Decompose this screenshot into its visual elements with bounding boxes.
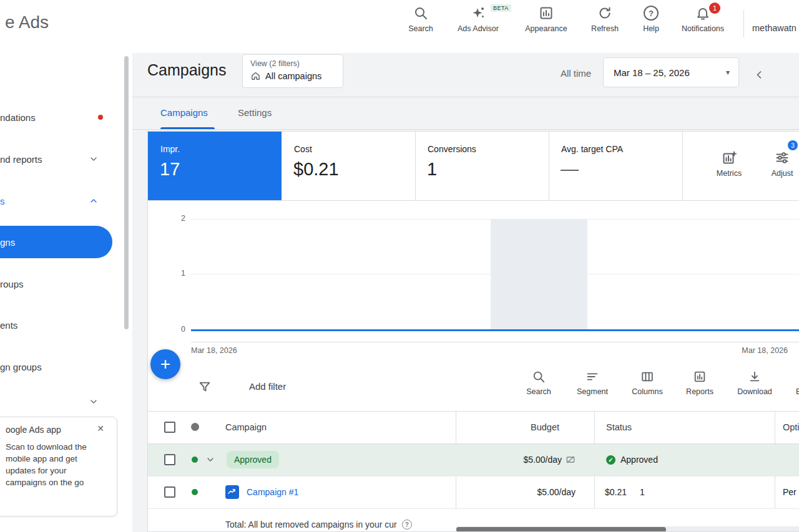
scorecard-avg-target-cpa[interactable]: Avg. target CPA —	[549, 132, 682, 200]
download-button[interactable]: Download	[731, 370, 778, 396]
create-campaign-fab[interactable]: +	[150, 349, 180, 379]
scorecard-conversions[interactable]: Conversions 1	[415, 132, 549, 200]
row-checkbox[interactable]	[164, 454, 175, 465]
question-glyph: ?	[649, 9, 654, 18]
campaign-conversions-cell: 1	[640, 476, 645, 508]
campaign-name-link[interactable]: Campaign #1	[247, 476, 298, 508]
header-appearance-button[interactable]: Appearance	[517, 6, 575, 33]
sidebar-scrollbar[interactable]	[124, 56, 129, 329]
search-icon	[413, 6, 428, 21]
column-header-campaign[interactable]: Campaign	[225, 411, 267, 443]
question-glyph: ?	[405, 521, 409, 528]
sidebar-item-label: gn groups	[0, 362, 42, 372]
column-header-optimization[interactable]: Opti	[783, 411, 799, 443]
reports-button[interactable]: Reports	[676, 370, 723, 396]
enabled-status-dot	[192, 457, 198, 463]
header-notifications-button[interactable]: 1 Notifications	[674, 6, 732, 33]
appearance-icon	[539, 6, 554, 21]
plus-icon: +	[160, 354, 170, 374]
date-range-value: Mar 18 – 25, 2026	[614, 67, 690, 78]
columns-icon	[624, 370, 671, 384]
expand-button[interactable]: E	[781, 370, 799, 396]
sidebar-item-label: ndations	[0, 112, 36, 123]
adjust-label: Adjust	[760, 169, 799, 178]
sidebar-item-campaign-groups[interactable]: gn groups	[0, 354, 42, 379]
chart-series-line	[191, 329, 799, 331]
campaign-cost-cell: $0.21	[605, 476, 627, 508]
columns-button[interactable]: Columns	[624, 370, 671, 396]
tab-campaigns[interactable]: Campaigns	[160, 98, 208, 127]
table-border	[148, 411, 799, 412]
scorecard-cost[interactable]: Cost $0.21	[282, 132, 415, 200]
metrics-button[interactable]: Metrics	[707, 132, 751, 200]
sidebar-item-label: ents	[0, 320, 17, 331]
column-header-budget[interactable]: Budget	[456, 411, 594, 443]
sidebar-item-ad-groups[interactable]: roups	[0, 271, 24, 296]
beta-badge: BETA	[491, 4, 511, 12]
check-circle-icon: ✓	[606, 455, 615, 465]
tab-settings[interactable]: Settings	[238, 98, 272, 127]
header-ads-advisor-button[interactable]: BETA Ads Advisor	[449, 6, 507, 33]
account-name[interactable]: methawatn	[752, 23, 799, 33]
summary-budget-cell: $5.00/day	[456, 443, 594, 476]
row-checkbox[interactable]	[164, 486, 175, 498]
mobile-app-promo-card: oogle Ads app ✕ Scan to download the mob…	[0, 417, 117, 516]
promo-body: Scan to download the mobile app and get …	[6, 441, 100, 488]
scorecards-bottom-border	[148, 200, 799, 201]
table-search-button[interactable]: Search	[515, 370, 562, 396]
expand-row-chevron-icon[interactable]	[205, 455, 215, 465]
date-prev-button[interactable]	[750, 66, 768, 84]
table-footer-note: Total: All but removed campaigns in your…	[225, 508, 412, 532]
segment-button[interactable]: Segment	[569, 370, 616, 396]
horizontal-scrollbar-thumb[interactable]	[456, 527, 666, 532]
filter-funnel-icon[interactable]	[198, 380, 212, 394]
help-circle-icon[interactable]: ?	[402, 520, 412, 530]
promo-title: oogle Ads app	[6, 425, 110, 435]
sidebar-item-insights-reports[interactable]: nd reports	[0, 147, 42, 172]
help-icon: ?	[644, 6, 659, 21]
adjust-sliders-icon	[760, 150, 799, 165]
sidebar-section-campaigns[interactable]: s	[0, 188, 5, 213]
status-dot-header	[191, 423, 199, 431]
summary-status-cell: ✓ Approved	[606, 443, 658, 476]
chevron-down-icon	[89, 154, 99, 164]
date-next-button[interactable]	[793, 66, 799, 84]
header-help-label: Help	[643, 24, 659, 33]
add-filter-button[interactable]: Add filter	[249, 381, 286, 392]
expand-icon	[793, 370, 799, 384]
adjust-count-badge: 3	[788, 140, 798, 150]
chart-highlight-band	[491, 219, 587, 330]
scorecard-impressions[interactable]: Impr. 17	[148, 132, 282, 200]
chevron-left-icon	[753, 69, 765, 81]
chevron-down-icon[interactable]	[89, 397, 99, 407]
header-ads-advisor-label: Ads Advisor	[458, 24, 499, 33]
tool-label: Search	[515, 387, 562, 396]
scorecard-divider	[415, 132, 416, 200]
header-search-button[interactable]: Search	[392, 6, 449, 33]
select-all-checkbox[interactable]	[164, 422, 175, 433]
close-icon[interactable]: ✕	[97, 423, 104, 433]
header-search-label: Search	[408, 24, 433, 33]
date-range-picker[interactable]: Mar 18 – 25, 2026 ▾	[603, 57, 739, 87]
header-help-button[interactable]: ? Help	[622, 6, 680, 33]
main-content: Campaigns View (2 filters) All campaigns…	[132, 53, 799, 532]
sidebar-item-recommendations[interactable]: ndations	[0, 105, 36, 130]
sidebar-item-label: s	[0, 196, 5, 206]
x-axis-label-end: Mar 18, 2026	[742, 346, 788, 355]
table-border	[148, 476, 799, 476]
tool-label: E	[781, 387, 799, 396]
sidebar-item-campaigns-selected[interactable]: gns	[0, 226, 112, 258]
tool-label: Columns	[624, 387, 671, 396]
scorecard-value: $0.21	[293, 159, 339, 180]
header-notifications-label: Notifications	[682, 24, 724, 33]
scorecard-label: Conversions	[428, 144, 476, 154]
view-filter-label: View (2 filters)	[250, 59, 335, 68]
sidebar-item-experiments[interactable]: ents	[0, 312, 17, 337]
all-time-label: All time	[561, 68, 591, 79]
table-border	[148, 443, 799, 444]
column-header-status[interactable]: Status	[606, 411, 632, 443]
view-filter-dropdown[interactable]: View (2 filters) All campaigns	[242, 54, 343, 88]
approved-group-chip[interactable]: Approved	[227, 451, 279, 468]
adjust-button[interactable]: 3 Adjust	[760, 132, 799, 200]
budget-value: $5.00/day	[524, 455, 562, 465]
